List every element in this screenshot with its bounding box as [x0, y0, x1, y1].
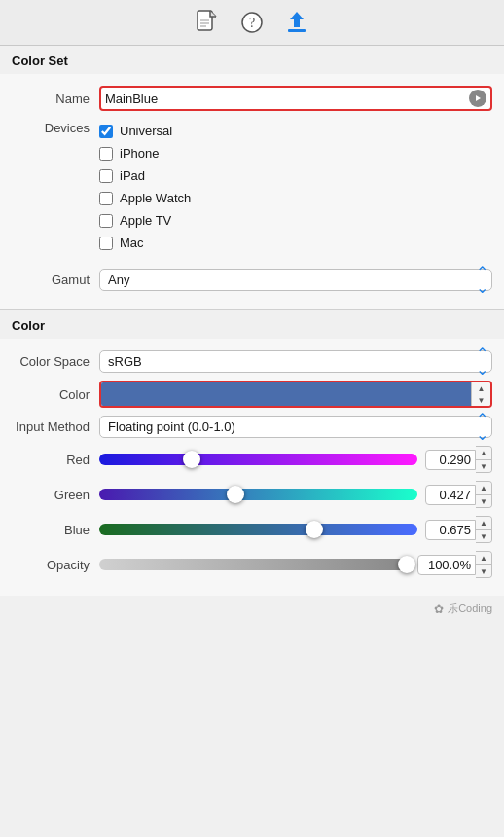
watermark-text: 乐Coding — [448, 601, 492, 616]
red-slider-thumb[interactable] — [183, 451, 200, 468]
green-value-wrap: ▲ ▼ — [425, 481, 492, 508]
input-method-select[interactable]: Floating point (0.0-1.0) 8-bit (0-255) H… — [99, 416, 492, 438]
color-set-title: Color Set — [12, 54, 68, 68]
watermark-icon: ✿ — [434, 602, 444, 616]
opacity-increment-btn[interactable]: ▲ — [476, 552, 491, 564]
opacity-stepper: ▲ ▼ — [476, 551, 492, 578]
color-swatch[interactable] — [101, 382, 471, 406]
devices-row: Devices Universal iPhone iPad Apple Watc… — [0, 115, 504, 257]
apple-watch-checkbox[interactable] — [99, 192, 113, 205]
input-method-select-wrap: Floating point (0.0-1.0) 8-bit (0-255) H… — [99, 416, 492, 438]
device-mac: Mac — [99, 233, 191, 253]
opacity-slider-thumb[interactable] — [398, 556, 415, 573]
green-increment-btn[interactable]: ▲ — [476, 482, 491, 494]
devices-list: Universal iPhone iPad Apple Watch Apple … — [99, 121, 191, 253]
red-slider-track[interactable] — [99, 454, 417, 465]
color-space-select[interactable]: sRGB Display P3 Generic CMYK — [99, 350, 492, 373]
swatch-up-btn[interactable]: ▲ — [472, 382, 490, 394]
color-swatch-wrap: ▲ ▼ — [99, 381, 492, 408]
green-slider-thumb[interactable] — [227, 486, 244, 503]
color-header: Color — [0, 310, 504, 339]
red-decrement-btn[interactable]: ▼ — [476, 459, 491, 472]
opacity-slider-row: Opacity ▲ ▼ — [0, 547, 504, 582]
name-arrow-btn[interactable] — [469, 90, 486, 107]
red-value-wrap: ▲ ▼ — [425, 446, 492, 473]
universal-checkbox[interactable] — [99, 125, 113, 138]
iphone-checkbox[interactable] — [99, 147, 113, 161]
opacity-slider-track[interactable] — [99, 559, 410, 570]
devices-label: Devices — [12, 121, 99, 135]
toolbar: ? — [0, 0, 504, 46]
blue-label: Blue — [12, 523, 99, 537]
blue-stepper: ▲ ▼ — [476, 516, 492, 543]
color-panel: Color Space sRGB Display P3 Generic CMYK… — [0, 339, 504, 596]
blue-slider-track[interactable] — [99, 524, 417, 535]
gamut-row: Gamut Any sRGB P3 ⌃⌄ — [0, 265, 504, 295]
footer: ✿ 乐Coding — [0, 596, 504, 622]
device-apple-watch: Apple Watch — [99, 188, 191, 208]
mac-checkbox[interactable] — [99, 237, 113, 250]
green-stepper: ▲ ▼ — [476, 481, 492, 508]
green-value-input[interactable] — [425, 485, 476, 505]
device-ipad: iPad — [99, 165, 191, 186]
svg-marker-8 — [476, 95, 481, 101]
help-icon[interactable]: ? — [239, 10, 265, 35]
apple-tv-label: Apple TV — [120, 213, 171, 228]
input-method-row: Input Method Floating point (0.0-1.0) 8-… — [0, 412, 504, 442]
color-section-title: Color — [12, 318, 45, 333]
name-row: Name — [0, 82, 504, 115]
apple-tv-checkbox[interactable] — [99, 214, 113, 228]
iphone-label: iPhone — [120, 146, 159, 161]
device-universal: Universal — [99, 121, 191, 141]
color-space-select-wrap: sRGB Display P3 Generic CMYK ⌃⌄ — [99, 350, 492, 373]
svg-rect-7 — [288, 29, 306, 32]
green-slider-track-wrap — [99, 486, 417, 503]
blue-decrement-btn[interactable]: ▼ — [476, 529, 491, 542]
blue-slider-thumb[interactable] — [306, 521, 323, 538]
apple-watch-label: Apple Watch — [120, 191, 191, 205]
blue-value-input[interactable] — [425, 520, 476, 540]
gamut-label: Gamut — [12, 273, 99, 287]
name-input-wrap — [99, 86, 492, 111]
opacity-decrement-btn[interactable]: ▼ — [476, 564, 491, 577]
svg-marker-6 — [290, 12, 304, 27]
opacity-label: Opacity — [12, 558, 99, 572]
red-increment-btn[interactable]: ▲ — [476, 447, 491, 459]
gamut-select-wrap: Any sRGB P3 ⌃⌄ — [99, 269, 492, 291]
green-label: Green — [12, 488, 99, 502]
red-slider-track-wrap — [99, 451, 417, 468]
swatch-down-btn[interactable]: ▼ — [472, 394, 490, 406]
swatch-stepper: ▲ ▼ — [471, 382, 490, 406]
opacity-slider-track-wrap — [99, 556, 410, 573]
download-icon[interactable] — [284, 10, 309, 35]
device-apple-tv: Apple TV — [99, 210, 191, 231]
ipad-label: iPad — [120, 168, 145, 183]
color-set-header: Color Set — [0, 46, 504, 74]
blue-increment-btn[interactable]: ▲ — [476, 517, 491, 529]
gamut-select[interactable]: Any sRGB P3 — [99, 269, 492, 291]
green-slider-row: Green ▲ ▼ — [0, 477, 504, 512]
document-icon[interactable] — [195, 10, 220, 35]
opacity-value-wrap: ▲ ▼ — [417, 551, 492, 578]
red-label: Red — [12, 453, 99, 467]
red-slider-row: Red ▲ ▼ — [0, 442, 504, 477]
blue-value-wrap: ▲ ▼ — [425, 516, 492, 543]
red-value-input[interactable] — [425, 450, 476, 470]
name-label: Name — [12, 91, 99, 106]
color-swatch-row: Color ▲ ▼ — [0, 377, 504, 412]
green-decrement-btn[interactable]: ▼ — [476, 494, 491, 507]
ipad-checkbox[interactable] — [99, 169, 113, 183]
blue-slider-track-wrap — [99, 521, 417, 538]
color-set-panel: Name Devices Universal iPhone iPad — [0, 74, 504, 309]
blue-slider-row: Blue ▲ ▼ — [0, 512, 504, 547]
svg-text:?: ? — [249, 16, 255, 30]
color-space-label: Color Space — [12, 354, 99, 369]
name-input[interactable] — [105, 91, 469, 106]
red-stepper: ▲ ▼ — [476, 446, 492, 473]
green-slider-track[interactable] — [99, 489, 417, 500]
input-method-label: Input Method — [12, 419, 99, 434]
opacity-value-input[interactable] — [417, 555, 476, 575]
color-space-row: Color Space sRGB Display P3 Generic CMYK… — [0, 346, 504, 377]
device-iphone: iPhone — [99, 143, 191, 164]
color-label: Color — [12, 387, 99, 402]
